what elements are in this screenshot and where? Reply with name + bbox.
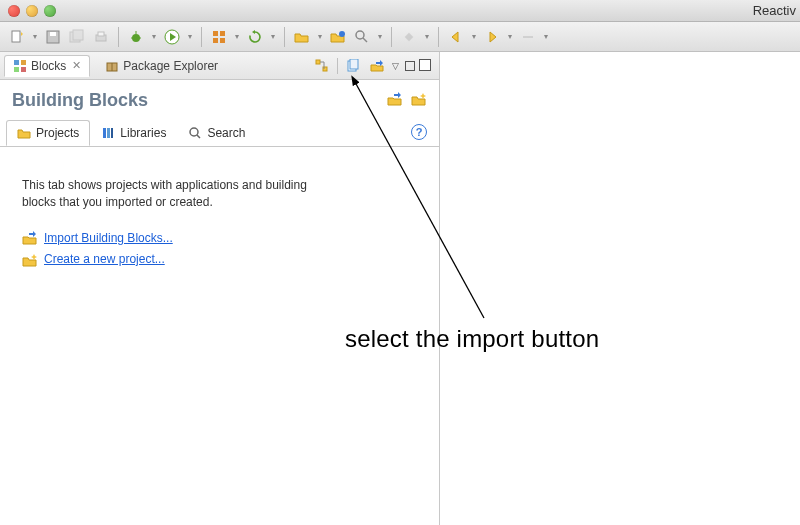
run-icon — [164, 29, 180, 45]
svg-rect-30 — [316, 60, 320, 64]
svg-rect-13 — [220, 31, 225, 36]
import-icon — [370, 59, 384, 73]
svg-point-18 — [356, 31, 364, 39]
subtabs: Projects Libraries Search ? — [0, 117, 439, 147]
subtab-label: Libraries — [120, 126, 166, 140]
window-titlebar: Reactiv — [0, 0, 800, 22]
subtab-libraries[interactable]: Libraries — [90, 120, 177, 146]
window-title: Reactiv — [400, 3, 800, 18]
print-icon — [93, 29, 109, 45]
dropdown-icon[interactable]: ▾ — [185, 32, 195, 41]
view-tab-label: Blocks — [31, 59, 66, 73]
svg-rect-38 — [111, 128, 113, 138]
grid-icon — [211, 29, 227, 45]
forward-arrow-icon — [484, 29, 500, 45]
open-type-button[interactable] — [291, 26, 313, 48]
panel-header: Building Blocks — [0, 80, 439, 117]
debug-button[interactable] — [125, 26, 147, 48]
back-button[interactable] — [445, 26, 467, 48]
folder-open-icon — [294, 29, 310, 45]
svg-rect-37 — [107, 128, 110, 138]
import-button[interactable] — [368, 57, 386, 75]
maximize-view-button[interactable] — [421, 61, 431, 71]
dropdown-icon[interactable]: ▾ — [30, 32, 40, 41]
toggle-button[interactable] — [398, 26, 420, 48]
svg-line-40 — [197, 135, 200, 138]
projects-tab-body: This tab shows projects with application… — [0, 147, 439, 303]
search-tb-button[interactable] — [351, 26, 373, 48]
run-button[interactable] — [161, 26, 183, 48]
print-button[interactable] — [90, 26, 112, 48]
view-menu-button[interactable]: ▽ — [392, 61, 399, 71]
dropdown-icon[interactable]: ▾ — [505, 32, 515, 41]
import-icon — [387, 91, 403, 107]
svg-marker-35 — [394, 92, 401, 98]
dropdown-icon[interactable]: ▾ — [375, 32, 385, 41]
link-text[interactable]: Create a new project... — [44, 251, 165, 268]
svg-point-17 — [339, 31, 345, 37]
copy-icon — [346, 59, 360, 73]
svg-rect-0 — [12, 31, 20, 42]
bug-icon — [128, 29, 144, 45]
new-button[interactable] — [6, 26, 28, 48]
view-tab-blocks[interactable]: Blocks ✕ — [4, 55, 90, 77]
save-button[interactable] — [42, 26, 64, 48]
svg-rect-27 — [21, 67, 26, 72]
refresh-button[interactable] — [244, 26, 266, 48]
header-import-button[interactable] — [387, 91, 403, 110]
zoom-window-button[interactable] — [44, 5, 56, 17]
svg-rect-4 — [73, 30, 83, 40]
dropdown-icon[interactable]: ▾ — [268, 32, 278, 41]
newproj-icon — [411, 91, 427, 107]
svg-rect-2 — [50, 32, 56, 36]
link-import-blocks[interactable]: Import Building Blocks... — [22, 230, 417, 247]
saveall-icon — [69, 29, 85, 45]
dropdown-icon[interactable]: ▾ — [315, 32, 325, 41]
copy-button[interactable] — [344, 57, 362, 75]
package-icon — [105, 59, 119, 73]
refresh-icon — [247, 29, 263, 45]
newproj-icon — [22, 252, 38, 268]
view-tab-package-explorer[interactable]: Package Explorer — [96, 55, 227, 77]
subtab-search[interactable]: Search — [177, 120, 256, 146]
save-icon — [45, 29, 61, 45]
minimize-window-button[interactable] — [26, 5, 38, 17]
dropdown-icon[interactable]: ▾ — [422, 32, 432, 41]
collapse-tree-button[interactable] — [313, 57, 331, 75]
svg-rect-20 — [405, 32, 413, 40]
close-window-button[interactable] — [8, 5, 20, 17]
close-tab-icon[interactable]: ✕ — [72, 59, 81, 72]
view-tab-bar: Blocks ✕ Package Explorer ▽ — [0, 52, 439, 80]
home-button[interactable] — [517, 26, 539, 48]
subtab-projects[interactable]: Projects — [6, 120, 90, 146]
view-tab-label: Package Explorer — [123, 59, 218, 73]
svg-marker-16 — [252, 30, 255, 34]
svg-marker-21 — [452, 32, 458, 42]
svg-rect-36 — [103, 128, 106, 138]
books-icon — [101, 126, 115, 140]
dropdown-icon[interactable]: ▾ — [469, 32, 479, 41]
dropdown-icon[interactable]: ▾ — [541, 32, 551, 41]
forward-button[interactable] — [481, 26, 503, 48]
open-task-button[interactable] — [327, 26, 349, 48]
new-wizard-icon — [9, 29, 25, 45]
blocks-icon — [13, 59, 27, 73]
link-text[interactable]: Import Building Blocks... — [44, 230, 173, 247]
save-all-button[interactable] — [66, 26, 88, 48]
svg-rect-25 — [21, 60, 26, 65]
link-new-project[interactable]: Create a new project... — [22, 251, 417, 268]
svg-marker-41 — [29, 231, 36, 237]
help-button[interactable]: ? — [411, 124, 427, 140]
svg-rect-26 — [14, 67, 19, 72]
subtab-label: Projects — [36, 126, 79, 140]
svg-rect-6 — [98, 32, 104, 36]
svg-rect-15 — [220, 38, 225, 43]
new-plugin-button[interactable] — [208, 26, 230, 48]
folder-blue-icon — [330, 29, 346, 45]
search-icon — [188, 126, 202, 140]
dash-icon — [520, 29, 536, 45]
header-newproj-button[interactable] — [411, 91, 427, 110]
dropdown-icon[interactable]: ▾ — [232, 32, 242, 41]
dropdown-icon[interactable]: ▾ — [149, 32, 159, 41]
minimize-view-button[interactable] — [405, 61, 415, 71]
